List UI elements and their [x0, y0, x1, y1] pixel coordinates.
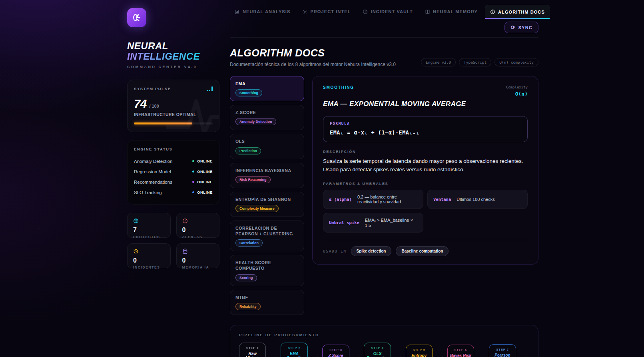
step-number: STEP 4 — [366, 346, 389, 350]
brand-line1: NEURAL — [127, 40, 168, 51]
globe-icon — [133, 218, 139, 224]
algo-name: EMA — [235, 81, 299, 86]
system-pulse-card: SYSTEM PULSE 74 / 100 INFRASTRUCTURE OPT… — [127, 80, 219, 132]
pipeline-step-2: STEP 2 EMA Smooth α=0.2 · noise suppress — [281, 343, 307, 357]
algo-name: Z-SCORE — [235, 110, 299, 115]
pipeline-row-1: STEP 1 Raw History DB → últimos 200 pts … — [239, 343, 529, 357]
status-text: ONLINE — [197, 159, 213, 163]
algo-tag: Reliability — [235, 303, 261, 310]
tab-label: NEURAL MEMORY — [433, 9, 478, 14]
used-in-chip: Spike detection — [351, 246, 392, 256]
engine-status-row: Anomaly Detection ONLINE — [134, 156, 213, 166]
engine-status-row: Regression Model ONLINE — [134, 166, 213, 177]
algo-tag: Scoring — [235, 274, 257, 281]
algo-item-pearson[interactable]: CORRELACIÓN DE PEARSON + CLUSTERING Corr… — [230, 221, 304, 251]
arrow-right-icon: ⟶ — [309, 355, 321, 357]
engine-status-row: Recommendations ONLINE — [134, 177, 213, 187]
formula-text: EMAₜ = α·xₜ + (1−α)·EMAₜ₋₁ — [330, 129, 521, 136]
algo-item-health-score[interactable]: HEALTH SCORE COMPUESTO Scoring — [230, 255, 304, 286]
page-title: ALGORITHM DOCS — [230, 47, 396, 59]
algorithm-list: EMA Smoothing Z-SCORE Anomaly Detection … — [230, 76, 304, 315]
stat-card-incidentes: 0 INCIDENTES — [127, 243, 171, 268]
algo-item-bayes[interactable]: INFERENCIA BAYESIANA Risk Reasoning — [230, 163, 304, 188]
param-value: 0.2 — balance entre reactividad y suavid… — [357, 195, 417, 204]
pipeline-step-5: STEP 5 Entropy 8-bucket Shannon H — [406, 345, 433, 357]
tab-neural-analysis[interactable]: NEURAL ANALYSIS — [230, 5, 295, 18]
divider — [230, 37, 538, 38]
engine-status-row: SLO Tracking ONLINE — [134, 187, 213, 198]
detail-category: SMOOTHING — [323, 85, 354, 90]
stat-card-proyectos: 7 PROYECTOS — [127, 213, 171, 238]
param-value: EMAₜ > EMA_baseline × 1.5 — [365, 218, 417, 228]
step-number: STEP 1 — [241, 346, 264, 350]
algo-item-ema[interactable]: EMA Smoothing — [230, 76, 304, 101]
algo-name: CORRELACIÓN DE PEARSON + CLUSTERING — [235, 225, 299, 237]
engine-status-label: ENGINE STATUS — [134, 147, 213, 151]
algo-item-zscore[interactable]: Z-SCORE Anomaly Detection — [230, 105, 304, 130]
param-alpha: α (alpha) 0.2 — balance entre reactivida… — [323, 190, 423, 209]
description-label: DESCRIPCIÓN — [323, 150, 528, 154]
engine-status-card: ENGINE STATUS Anomaly Detection ONLINE R… — [127, 140, 219, 205]
engine-name: Regression Model — [134, 169, 171, 174]
algo-item-mtbf[interactable]: MTBF Reliability — [230, 290, 304, 315]
database-icon — [182, 249, 188, 254]
status-dot — [192, 170, 194, 172]
stat-label: ALERTAS — [182, 235, 214, 239]
step-number: STEP 5 — [408, 348, 431, 352]
brand-title: NEURAL INTELLIGENCE — [127, 41, 219, 62]
engine-name: Recommendations — [134, 180, 172, 185]
pipeline-step-6: STEP 6 Bayes Risk prior × likelihood — [447, 345, 474, 357]
alert-icon — [182, 218, 188, 224]
info-icon — [490, 9, 495, 14]
stat-label: INCIDENTES — [133, 265, 165, 269]
brain-icon — [132, 12, 142, 23]
history-icon — [133, 249, 139, 254]
step-name: Pearson Corr — [491, 353, 514, 357]
step-name: Raw History — [241, 351, 264, 357]
algo-name: INFERENCIA BAYESIANA — [235, 168, 299, 173]
arrow-right-icon: ⟶ — [476, 355, 487, 357]
tab-label: ALGORITHM DOCS — [498, 10, 545, 14]
algo-tag: Complexity Measure — [235, 205, 279, 212]
algorithm-detail-panel: SMOOTHING Complexity O(n) EMA — EXPONENT… — [312, 76, 538, 265]
sync-label: SYNC — [518, 25, 532, 30]
param-key: Umbral spike — [329, 220, 359, 225]
pipeline-step-1: STEP 1 Raw History DB → últimos 200 pts — [239, 343, 266, 357]
algo-item-ols[interactable]: OLS Prediction — [230, 134, 304, 159]
stats-grid: 7 PROYECTOS 0 ALERTAS 0 INCIDENTES 0 MEM… — [127, 213, 219, 268]
badge-complexity: O(n) complexity — [494, 58, 538, 66]
used-in-chip: Baseline computation — [396, 246, 449, 256]
formula-label: FÓRMULA — [330, 122, 521, 126]
algo-tag: Anomaly Detection — [235, 118, 276, 125]
sync-button[interactable]: ⟳ SYNC — [504, 22, 538, 33]
engine-name: SLO Tracking — [134, 190, 162, 195]
main-content: NEURAL ANALYSIS PROJECT INTEL INCIDENT V… — [230, 0, 538, 357]
pipeline-step-3: STEP 3 Z-Score μ,σ → outlier score — [322, 345, 349, 357]
status-dot — [192, 191, 194, 193]
brand-line2: INTELLIGENCE — [127, 51, 200, 62]
pipeline-panel: PIPELINE DE PROCESAMIENTO STEP 1 Raw His… — [230, 325, 538, 357]
bar-chart-icon — [235, 9, 240, 14]
param-ventana: Ventana Últimos 100 checks — [427, 190, 528, 209]
params-label: PARÁMETROS & UMBRALES — [323, 182, 528, 186]
param-key: α (alpha) — [329, 197, 352, 202]
tab-neural-memory[interactable]: NEURAL MEMORY — [420, 5, 483, 18]
step-name: Entropy — [408, 353, 431, 357]
algo-item-shannon[interactable]: ENTROPÍA DE SHANNON Complexity Measure — [230, 192, 304, 217]
pipeline-label: PIPELINE DE PROCESAMIENTO — [239, 333, 529, 337]
algo-tag: Risk Reasoning — [235, 176, 271, 183]
tab-incident-vault[interactable]: INCIDENT VAULT — [358, 5, 417, 18]
tab-label: NEURAL ANALYSIS — [243, 9, 290, 14]
app-logo — [127, 8, 146, 27]
step-name: Z-Score — [324, 353, 347, 357]
tab-algorithm-docs[interactable]: ALGORITHM DOCS — [485, 5, 550, 18]
formula-box: FÓRMULA EMAₜ = α·xₜ + (1−α)·EMAₜ₋₁ — [323, 116, 528, 142]
pulse-score-value: 74 — [134, 97, 146, 110]
step-number: STEP 6 — [449, 348, 472, 352]
algo-tag: Prediction — [235, 147, 261, 154]
status-dot — [192, 181, 194, 183]
tab-project-intel[interactable]: PROJECT INTEL — [297, 5, 355, 18]
pulse-waveform-decoration — [166, 93, 219, 132]
badge-engine-version: Engine v3.0 — [421, 58, 456, 66]
detail-title: EMA — EXPONENTIAL MOVING AVERAGE — [323, 100, 528, 108]
